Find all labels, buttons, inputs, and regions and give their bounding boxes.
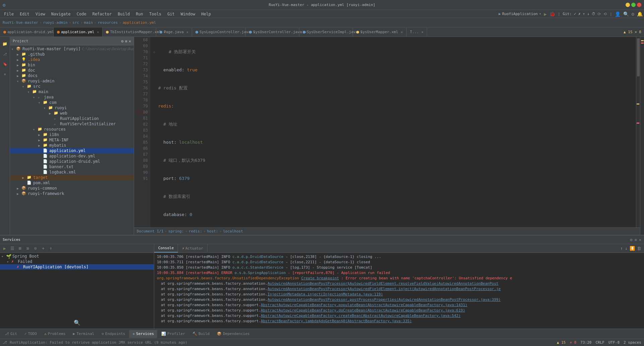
scroll-down-btn[interactable]: ↓	[625, 246, 628, 251]
link-5[interactable]: AbstractAutowireCapableBeanFactory.popul…	[261, 303, 467, 307]
tab-actuator[interactable]: ⚡ Actuator	[178, 244, 208, 253]
tab-close-3[interactable]: ✕	[186, 30, 188, 34]
tab-close-more[interactable]: ✕	[421, 30, 423, 34]
minimize-button[interactable]	[626, 3, 630, 7]
filter-btn[interactable]: ≡	[24, 245, 31, 252]
code-content[interactable]: ⬦ # 热部署开关 enabled: true # redis 配置 redis…	[150, 37, 640, 227]
structure-icon[interactable]: ≡	[1, 70, 9, 78]
run-button[interactable]: ▶	[544, 11, 547, 17]
svc-ruoyi-app[interactable]: ✗ RuoYIApplication [devtools]	[0, 264, 154, 270]
tab-dependencies[interactable]: 📦 Dependencies	[214, 330, 253, 338]
tree-item-i18n[interactable]: ▶ 📁 i18n	[10, 132, 134, 137]
breadcrumb-localhost[interactable]: localhost	[223, 229, 243, 233]
link-2[interactable]: AutowiredAnnotationBeanPostProcessor$Aut…	[268, 287, 501, 291]
tab-todo[interactable]: ✓ TODO	[21, 330, 40, 338]
debug-button[interactable]: 🐞	[549, 11, 555, 17]
run-service-btn[interactable]: ▶	[1, 245, 8, 252]
menu-run[interactable]: Run	[133, 11, 146, 17]
settings-btn[interactable]: ⚙	[630, 237, 632, 242]
tab-page-java[interactable]: Page.java ✕	[156, 27, 192, 37]
list-view-btn[interactable]: ☰	[9, 245, 16, 252]
tree-item-bin[interactable]: ▶ 📁 bin	[10, 62, 134, 68]
link-7[interactable]: AbstractAutowireCapableBeanFactory.creat…	[261, 314, 461, 318]
tree-item-application-yml[interactable]: 📄 application.yml	[10, 148, 134, 153]
search-icon[interactable]: 🔍	[74, 320, 80, 326]
tab-sysuser-service[interactable]: SysUserServiceImpl.java ✕	[299, 27, 353, 37]
bookmarks-icon[interactable]: 🔖	[1, 60, 9, 68]
breadcrumb-part-module[interactable]: ruoyi-admin	[43, 20, 68, 25]
menu-tools[interactable]: Tools	[147, 11, 164, 17]
scroll-end-btn[interactable]: ⏬	[630, 246, 635, 251]
tab-endpoints[interactable]: ⊙ Endpoints	[98, 330, 128, 338]
tree-item-ruoyi-pkg[interactable]: ▾ 📁 ruoyi	[10, 105, 134, 111]
link-4[interactable]: AutowiredAnnotationBeanPostProcessor.pos…	[268, 297, 501, 302]
svc-spring-boot[interactable]: ▾ 🌱 Spring Boot	[0, 254, 154, 259]
breadcrumb-redis[interactable]: redis:	[189, 229, 202, 233]
tree-item-ruoyi-common[interactable]: ▶ 📦 ruoyi-common	[10, 186, 134, 191]
menu-code[interactable]: Code	[74, 11, 89, 17]
scrollbar-thumb[interactable]	[637, 38, 640, 76]
menu-edit[interactable]: Edit	[17, 11, 32, 17]
breadcrumb-part-main[interactable]: main	[84, 20, 93, 25]
tree-item-ruoyi-framework[interactable]: ▶ 📦 ruoyi-framework	[10, 191, 134, 196]
maximize-button[interactable]	[631, 3, 636, 7]
add-btn[interactable]: +	[40, 245, 47, 252]
link-3[interactable]: InjectionMetadata.inject(InjectionMetada…	[268, 292, 383, 296]
tree-item-mybatis[interactable]: ▶ 📁 mybatis	[10, 143, 134, 148]
git-branch-status[interactable]: ⎇	[3, 340, 7, 345]
breadcrumb-part-src[interactable]: src	[72, 20, 79, 25]
console-log[interactable]: 10:00:35.706 [restartedMain] INFO c.a.d.…	[154, 253, 644, 329]
tree-item-github[interactable]: ▶ 📁 .github	[10, 52, 134, 57]
project-icon[interactable]: 📁	[1, 40, 9, 48]
scroll-up-btn[interactable]: ↑	[620, 246, 623, 251]
tree-item-idea[interactable]: ▶ 💡 .idea	[10, 57, 134, 62]
tree-item-servlet[interactable]: ☕ RuoYiServletInitializer	[10, 121, 134, 127]
menu-file[interactable]: File	[1, 11, 16, 17]
tab-sysuser-mapper[interactable]: SysUserMapper.xml ✕	[353, 27, 407, 37]
tab-application-druid-yml[interactable]: application-druid.yml ✕	[0, 27, 54, 37]
gear-icon[interactable]: ⚙	[121, 39, 123, 44]
tab-build[interactable]: 🔨 Build	[189, 330, 213, 338]
tree-item-main[interactable]: ▾ 📁 main	[10, 89, 134, 94]
group-btn[interactable]: ⊞	[17, 245, 23, 252]
tab-application-yml[interactable]: application.yml ✕	[54, 27, 103, 37]
menu-view[interactable]: View	[33, 11, 48, 17]
tree-item-com[interactable]: ▾ 📁 com	[10, 100, 134, 105]
tab-more[interactable]: T... ✕	[407, 27, 427, 37]
tab-close-active[interactable]: ✕	[97, 30, 99, 34]
settings-icon[interactable]: ⚙	[632, 11, 634, 17]
tree-item-ruoyi-admin[interactable]: ▾ 📦 ruoyi-admin	[10, 78, 134, 84]
tree-item-meta-inf[interactable]: ▶ 📁 META-INF	[10, 137, 134, 143]
tree-item-app-dev-yml[interactable]: 📄 application-dev.yml	[10, 153, 134, 159]
tab-services[interactable]: ◈ Services	[129, 330, 157, 338]
create-breakpoint-link[interactable]: Create breakpoint	[301, 276, 339, 280]
close-panel-btn[interactable]: ✕	[639, 237, 641, 242]
tree-item-logback[interactable]: 📄 logback.xml	[10, 169, 134, 175]
search-btn[interactable]: ⊙	[32, 245, 39, 252]
settings-icon[interactable]: ≡	[125, 39, 127, 44]
tab-problems[interactable]: ⚠ Problems	[41, 330, 69, 338]
menu-build[interactable]: Build	[115, 11, 132, 17]
tab-tbinstitution-mapper[interactable]: TbInstitutionMapper.xml ✕	[103, 27, 156, 37]
breadcrumb-part-resources[interactable]: resources	[98, 20, 118, 25]
close-panel-icon[interactable]: ✕	[129, 39, 131, 44]
notifications-icon[interactable]: 🔔	[637, 11, 643, 17]
tab-close-7[interactable]: ✕	[401, 30, 403, 34]
editor-scrollbar[interactable]	[636, 37, 640, 227]
tree-item-root[interactable]: ▾ 📦 RuoYi-Vue-master [ruoyi] C:\Users\na…	[10, 46, 134, 52]
code-editor[interactable]: 68 69 70 71 72 73 74 75 76 77 78 79 80 8…	[134, 37, 640, 227]
search-everywhere[interactable]: 🔍	[623, 11, 629, 17]
close-button[interactable]	[637, 3, 641, 7]
link-1[interactable]: AutowiredAnnotationBeanPostProcessor$Aut…	[268, 281, 499, 286]
tab-syslogin-controller[interactable]: SysLoginController.java ✕	[192, 27, 246, 37]
breadcrumb-host[interactable]: host:	[207, 229, 218, 233]
user-icon[interactable]: 👤	[615, 11, 621, 17]
svc-failed-group[interactable]: ▾ ✗ Failed	[0, 259, 154, 264]
tab-sysuser-controller[interactable]: SysUserController.java ✕	[246, 27, 299, 37]
tree-item-app-druid-yml[interactable]: 📄 application-druid.yml	[10, 159, 134, 164]
tree-item-target[interactable]: ▶ 📁 target	[10, 175, 134, 180]
tree-item-pom[interactable]: 📄 pom.xml	[10, 180, 134, 186]
link-8[interactable]: AbstractBeanFactory.lambda$doGetBean$0(A…	[261, 319, 412, 323]
tab-git[interactable]: ⎇ Git	[1, 330, 20, 338]
tree-item-web[interactable]: ▶ 📁 web	[10, 111, 134, 116]
